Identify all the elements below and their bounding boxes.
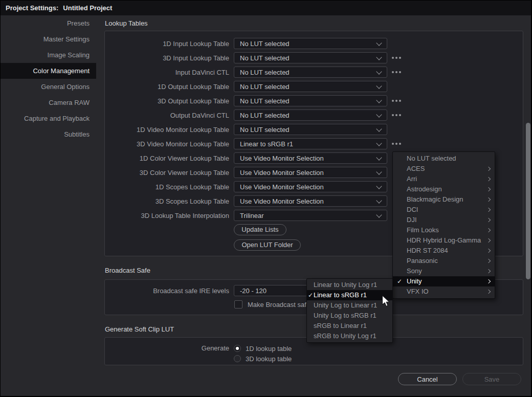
dropdown-value: No LUT selected (234, 97, 290, 105)
titlebar: Project Settings: Untitled Project (1, 1, 531, 15)
field-label: Input DaVinci CTL (105, 69, 229, 76)
sidebar-item-general-options[interactable]: General Options (1, 79, 96, 95)
submenu-item-srgb-to-linear-r1[interactable]: sRGB to Linear r1 (307, 321, 392, 331)
lut-options-button[interactable] (392, 109, 401, 121)
radio-label: 1D lookup table (246, 345, 292, 352)
menu-item-aces[interactable]: ACES (393, 164, 495, 174)
lut-row: Input DaVinci CTL No LUT selected (105, 65, 523, 79)
submenu-arrow-icon (486, 259, 491, 263)
unity-lut-submenu: Linear to Unity Log r1 ✓ Linear to sRGB … (306, 278, 393, 343)
make-broadcast-safe-checkbox[interactable] (234, 300, 242, 308)
menu-item-panasonic[interactable]: Panasonic (393, 256, 495, 266)
submenu-arrow-icon (486, 238, 491, 242)
menu-item-unity[interactable]: ✓ Unity (393, 276, 495, 286)
dropdown-value: -20 - 120 (234, 287, 267, 295)
chevron-down-icon (376, 212, 382, 217)
menu-item-dji[interactable]: DJI (393, 215, 495, 225)
submenu-arrow-icon (486, 269, 491, 273)
radio-3d-lookup-table[interactable]: 3D lookup table (234, 354, 292, 364)
sidebar-item-color-management[interactable]: Color Management (1, 63, 96, 79)
ellipsis-icon (392, 71, 401, 73)
menu-item-label: Unity Log to sRGB r1 (314, 312, 376, 319)
lut-options-button[interactable] (392, 138, 401, 149)
chevron-down-icon (376, 169, 382, 174)
submenu-arrow-icon (486, 290, 491, 294)
dropdown-output-davinci-ctl[interactable]: No LUT selected (234, 109, 387, 121)
radio-unselected-icon (234, 355, 241, 362)
lut-row: 3D Output Lookup Table No LUT selected (105, 94, 523, 108)
menu-item-label: Sony (407, 267, 422, 275)
lut-row: 3D Input Lookup Table No LUT selected (105, 51, 523, 65)
menu-item-label: Blackmagic Design (407, 195, 463, 203)
radio-1d-lookup-table[interactable]: 1D lookup table (234, 343, 292, 354)
dropdown-3d-scopes-lut[interactable]: Use Video Monitor Selection (234, 195, 387, 207)
menu-item-label: VFX IO (407, 288, 429, 295)
field-label: 1D Input Lookup Table (105, 40, 229, 48)
sidebar-item-camera-raw[interactable]: Camera RAW (1, 95, 96, 111)
section-title-broadcast-safe: Broadcast Safe (105, 267, 150, 274)
lut-options-button[interactable] (392, 95, 401, 106)
cancel-button[interactable]: Cancel (398, 373, 457, 385)
chevron-down-icon (376, 155, 382, 160)
dropdown-3d-input-lut[interactable]: No LUT selected (234, 52, 387, 63)
field-label: 1D Scopes Lookup Table (105, 183, 229, 191)
field-label: 3D Output Lookup Table (105, 97, 229, 105)
menu-item-hdr-hybrid-log-gamma[interactable]: HDR Hybrid Log-Gamma (393, 235, 495, 246)
menu-item-label: Linear to Unity Log r1 (314, 281, 377, 289)
sidebar-item-image-scaling[interactable]: Image Scaling (1, 47, 96, 63)
submenu-item-linear-to-srgb-r1[interactable]: ✓ Linear to sRGB r1 (307, 290, 392, 300)
field-label: Output DaVinci CTL (105, 112, 229, 119)
dropdown-value: Linear to sRGB r1 (234, 140, 293, 148)
cursor-arrow-icon (382, 295, 391, 308)
dropdown-value: Use Video Monitor Selection (234, 197, 324, 205)
menu-item-hdr-st-2084[interactable]: HDR ST 2084 (393, 246, 495, 256)
lut-options-button[interactable] (392, 67, 401, 78)
submenu-item-unity-log-to-srgb-r1[interactable]: Unity Log to sRGB r1 (307, 311, 392, 321)
sidebar-item-subtitles[interactable]: Subtitles (1, 126, 96, 142)
scrollbar-thumb[interactable] (526, 123, 530, 279)
menu-item-dci[interactable]: DCI (393, 205, 495, 215)
menu-item-film-looks[interactable]: Film Looks (393, 225, 495, 235)
menu-item-astrodesign[interactable]: Astrodesign (393, 184, 495, 194)
submenu-arrow-icon (486, 167, 491, 171)
submenu-arrow-icon (486, 218, 491, 222)
submenu-arrow-icon (486, 177, 491, 181)
submenu-item-linear-to-unity-log-r1[interactable]: Linear to Unity Log r1 (307, 280, 392, 290)
field-label: Broadcast safe IRE levels (105, 287, 229, 295)
dropdown-value: Trilinear (234, 212, 263, 219)
update-lists-button[interactable]: Update Lists (234, 224, 286, 235)
menu-item-label: Unity Log to Linear r1 (314, 301, 377, 309)
menu-item-label: DCI (407, 206, 418, 213)
menu-item-blackmagic-design[interactable]: Blackmagic Design (393, 194, 495, 205)
save-button[interactable]: Save (462, 373, 521, 385)
lut-options-button[interactable] (392, 52, 401, 63)
dropdown-3d-video-monitor-lut[interactable]: Linear to sRGB r1 (234, 138, 387, 149)
menu-item-vfx-io[interactable]: VFX IO (393, 286, 495, 297)
dropdown-value: No LUT selected (234, 83, 290, 91)
menu-item-arri[interactable]: Arri (393, 174, 495, 184)
dropdown-1d-output-lut[interactable]: No LUT selected (234, 81, 387, 92)
dropdown-input-davinci-ctl[interactable]: No LUT selected (234, 67, 387, 78)
dropdown-1d-video-monitor-lut[interactable]: No LUT selected (234, 124, 387, 135)
menu-item-label: Unity (407, 277, 422, 285)
dropdown-3d-output-lut[interactable]: No LUT selected (234, 95, 387, 106)
menu-item-label: No LUT selected (407, 155, 456, 162)
dropdown-1d-color-viewer-lut[interactable]: Use Video Monitor Selection (234, 152, 387, 164)
submenu-item-srgb-to-unity-log-r1[interactable]: sRGB to Unity Log r1 (307, 331, 392, 341)
submenu-arrow-icon (486, 228, 491, 232)
dropdown-3d-lut-interpolation[interactable]: Trilinear (234, 210, 387, 221)
menu-item-sony[interactable]: Sony (393, 266, 495, 276)
radio-label: 3D lookup table (246, 355, 292, 363)
sidebar-item-capture-and-playback[interactable]: Capture and Playback (1, 111, 96, 126)
sidebar-item-master-settings[interactable]: Master Settings (1, 31, 96, 47)
dropdown-3d-color-viewer-lut[interactable]: Use Video Monitor Selection (234, 167, 387, 178)
menu-item-no-lut-selected[interactable]: No LUT selected (393, 153, 495, 164)
dropdown-1d-scopes-lut[interactable]: Use Video Monitor Selection (234, 181, 387, 192)
sidebar-item-presets[interactable]: Presets (1, 15, 96, 31)
lut-row: 1D Input Lookup Table No LUT selected (105, 36, 523, 51)
lut-context-menu: No LUT selected ACES Arri Astrodesign Bl… (392, 151, 495, 299)
dropdown-1d-input-lut[interactable]: No LUT selected (234, 38, 387, 49)
dropdown-value: Use Video Monitor Selection (234, 169, 324, 177)
open-lut-folder-button[interactable]: Open LUT Folder (234, 239, 301, 251)
submenu-item-unity-log-to-linear-r1[interactable]: Unity Log to Linear r1 (307, 300, 392, 311)
